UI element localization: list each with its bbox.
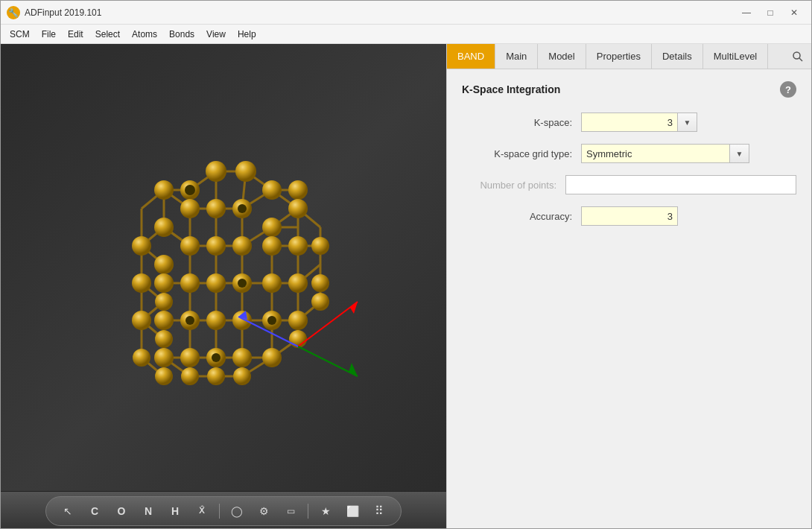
x-tool-button[interactable]: X̂ [192, 501, 212, 521]
svg-point-107 [154, 255, 174, 274]
crystal-canvas [1, 44, 446, 485]
kspace-grid-row: K-space grid type: ▼ [462, 144, 796, 163]
viewport: ↖ C O N H X̂ ◯ ⚙ ▭ ★ ⬜ ⠿ [1, 44, 446, 529]
kspace-grid-input[interactable] [581, 144, 730, 163]
more-button[interactable]: ⠿ [369, 501, 389, 521]
svg-point-116 [155, 293, 173, 311]
svg-marker-138 [350, 302, 358, 314]
svg-point-146 [185, 316, 194, 325]
app-icon: 🔧 [7, 6, 20, 19]
svg-point-143 [185, 185, 195, 195]
kspace-grid-control: ▼ [581, 144, 749, 163]
svg-point-93 [288, 180, 308, 200]
settings-button[interactable]: ⚙ [254, 501, 273, 521]
menu-edit[interactable]: Edit [62, 27, 89, 42]
kspace-dropdown-button[interactable]: ▼ [678, 113, 697, 132]
svg-point-149 [793, 52, 800, 59]
kspace-grid-dropdown-button[interactable]: ▼ [730, 144, 749, 163]
svg-point-125 [155, 330, 173, 348]
svg-point-106 [311, 237, 329, 255]
window-title: ADFinput 2019.101 [25, 7, 101, 18]
menu-bonds[interactable]: Bonds [163, 27, 200, 42]
svg-point-101 [180, 236, 200, 256]
svg-point-134 [181, 367, 199, 385]
svg-point-118 [132, 311, 151, 330]
bottom-toolbar: ↖ C O N H X̂ ◯ ⚙ ▭ ★ ⬜ ⠿ [1, 491, 446, 529]
svg-point-144 [238, 204, 247, 213]
maximize-button[interactable]: □ [759, 3, 781, 22]
tab-model[interactable]: Model [538, 44, 586, 69]
window-controls: — □ ✕ [735, 3, 805, 22]
menu-scm[interactable]: SCM [4, 27, 36, 42]
help-button[interactable]: ? [780, 81, 796, 98]
tab-details[interactable]: Details [652, 44, 703, 69]
svg-point-128 [154, 348, 174, 367]
svg-point-115 [311, 274, 329, 292]
menu-view[interactable]: View [200, 27, 232, 42]
svg-point-122 [232, 311, 252, 330]
svg-point-90 [154, 180, 174, 200]
svg-point-103 [232, 236, 252, 256]
svg-point-129 [180, 348, 200, 367]
svg-point-104 [262, 236, 282, 256]
kspace-grid-label: K-space grid type: [462, 148, 581, 159]
svg-point-136 [233, 367, 251, 385]
o-tool-button[interactable]: O [112, 501, 131, 521]
svg-point-110 [180, 273, 200, 293]
toolbar-separator-1 [219, 504, 220, 519]
svg-point-97 [288, 199, 308, 218]
svg-point-98 [154, 218, 174, 237]
svg-point-135 [207, 367, 225, 385]
svg-point-131 [232, 348, 252, 367]
svg-point-89 [235, 161, 256, 182]
svg-point-92 [262, 180, 282, 200]
kspace-row: K-space: ▼ [462, 113, 796, 132]
svg-point-114 [288, 273, 308, 293]
tab-properties[interactable]: Properties [586, 44, 652, 69]
menu-atoms[interactable]: Atoms [126, 27, 163, 42]
search-tab-button[interactable] [784, 44, 811, 69]
svg-point-145 [238, 279, 247, 288]
svg-point-119 [154, 311, 174, 330]
kspace-input[interactable] [581, 113, 678, 132]
panel-content: K-Space Integration ? K-space: ▼ K-space… [447, 69, 811, 529]
tab-bar: BAND Main Model Properties Details Multi… [447, 44, 811, 69]
svg-point-132 [262, 348, 282, 367]
svg-point-108 [132, 273, 151, 293]
svg-point-113 [262, 273, 282, 293]
h-tool-button[interactable]: H [165, 501, 185, 521]
svg-line-150 [799, 58, 802, 61]
menu-help[interactable]: Help [232, 27, 262, 42]
crystal-structure [82, 123, 365, 406]
svg-point-127 [133, 349, 150, 367]
star-button[interactable]: ★ [316, 501, 335, 521]
kspace-control: ▼ [581, 113, 697, 132]
n-tool-button[interactable]: N [139, 501, 158, 521]
accuracy-label: Accuracy: [462, 211, 581, 222]
ring-tool-button[interactable]: ◯ [227, 501, 247, 521]
svg-text:🔧: 🔧 [8, 7, 19, 18]
close-button[interactable]: ✕ [783, 3, 805, 22]
menu-select[interactable]: Select [89, 27, 126, 42]
menu-file[interactable]: File [36, 27, 62, 42]
tab-band[interactable]: BAND [447, 44, 495, 69]
svg-point-111 [206, 273, 226, 293]
square-tool-button[interactable]: ▭ [281, 501, 300, 521]
frame-button[interactable]: ⬜ [343, 501, 362, 521]
svg-point-94 [180, 199, 200, 218]
svg-point-109 [154, 273, 174, 293]
num-points-control [565, 175, 796, 194]
tab-multilevel[interactable]: MultiLevel [703, 44, 769, 69]
accuracy-row: Accuracy: [462, 206, 796, 226]
minimize-button[interactable]: — [735, 3, 758, 22]
num-points-input[interactable] [565, 175, 796, 194]
search-icon [792, 51, 804, 63]
tab-main[interactable]: Main [495, 44, 538, 69]
c-tool-button[interactable]: C [85, 501, 104, 521]
svg-point-148 [212, 353, 221, 362]
accuracy-input[interactable] [581, 206, 678, 226]
accuracy-control [581, 206, 678, 226]
svg-point-121 [206, 311, 226, 330]
panel-title: K-Space Integration [462, 83, 560, 95]
cursor-tool-button[interactable]: ↖ [58, 501, 77, 521]
